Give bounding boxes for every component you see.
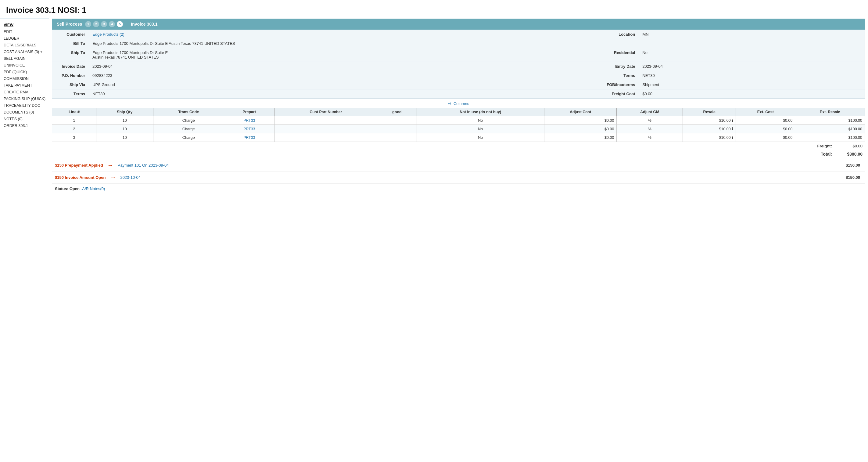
sidebar-item-10[interactable]: CREATE RMA xyxy=(3,89,49,95)
cell-1-0: 2 xyxy=(52,125,96,133)
freight-label: Freight: xyxy=(817,144,832,148)
sell-process-steps: 1 2 3 4 5 xyxy=(85,21,123,27)
cell-2-3[interactable]: PRT33 xyxy=(224,133,275,142)
ar-notes-link[interactable]: A/R Notes(0) xyxy=(82,186,105,191)
page-title: Invoice 303.1 NOSI: 1 xyxy=(0,0,868,19)
total-row: Total: $300.00 xyxy=(52,150,865,158)
cell-2-6: No xyxy=(416,133,544,142)
entry-date-label: Entry Date xyxy=(599,62,639,71)
cell-2-11: $100.00 xyxy=(795,133,865,142)
cell-1-10: $0.00 xyxy=(736,125,795,133)
col-trans-code: Trans Code xyxy=(153,108,224,116)
step-1[interactable]: 1 xyxy=(85,21,91,27)
location-label: Location xyxy=(599,30,639,39)
invoice-label: Invoice 303.1 xyxy=(131,22,157,27)
sidebar-item-15[interactable]: ORDER 303.1 xyxy=(3,122,49,129)
cell-0-10: $0.00 xyxy=(736,116,795,125)
fob-value: Shipment xyxy=(639,80,865,89)
col-ship-qty: Ship Qty xyxy=(96,108,153,116)
payment-row-2: $150 Invoice Amount Open → 2023-10-04 $1… xyxy=(52,172,865,184)
payment-left-2: $150 Invoice Amount Open → 2023-10-04 xyxy=(52,174,838,181)
cell-1-8: % xyxy=(617,125,683,133)
invoice-date-value: 2023-09-04 xyxy=(89,62,599,71)
customer-label: Customer xyxy=(52,30,89,39)
step-2[interactable]: 2 xyxy=(93,21,99,27)
ship-via-value: UPS Ground xyxy=(89,80,599,89)
payment-section: $150 Prepayment Applied → Payment 101 On… xyxy=(52,159,865,184)
freight-cost-value: $0.00 xyxy=(639,89,865,98)
payment-row-1: $150 Prepayment Applied → Payment 101 On… xyxy=(52,159,865,172)
sidebar-item-3[interactable]: DETAILS/SERIALS xyxy=(3,42,49,49)
cell-0-7: $0.00 xyxy=(544,116,617,125)
sidebar-item-12[interactable]: TRACEABILITY DOC xyxy=(3,102,49,109)
sidebar-item-2[interactable]: LEDGER xyxy=(3,35,49,42)
cell-1-4 xyxy=(275,125,377,133)
col-resale: Resale xyxy=(683,108,736,116)
sidebar-item-4[interactable]: COST ANALYSIS (3) + xyxy=(3,49,49,55)
cell-0-2: Charge xyxy=(153,116,224,125)
status-label: Status: Open xyxy=(55,186,80,191)
sidebar-item-6[interactable]: UNINVOICE xyxy=(3,62,49,69)
sidebar-item-13[interactable]: DOCUMENTS (0) xyxy=(3,109,49,116)
total-value: $300.00 xyxy=(838,152,863,156)
payment-left-1: $150 Prepayment Applied → Payment 101 On… xyxy=(52,162,838,169)
cell-2-0: 3 xyxy=(52,133,96,142)
freight-value: $0.00 xyxy=(838,144,863,148)
cell-2-2: Charge xyxy=(153,133,224,142)
sidebar-item-8[interactable]: COMMISSION xyxy=(3,76,49,82)
terms-value: NET30 xyxy=(639,71,865,80)
arrow-right-icon-2: → xyxy=(110,174,116,181)
col-ext-resale: Ext. Resale xyxy=(795,108,865,116)
ship-via-label: Ship Via xyxy=(52,80,89,89)
step-5[interactable]: 5 xyxy=(117,21,123,27)
sidebar-item-14[interactable]: NOTES (0) xyxy=(3,116,49,122)
residential-label: Residential xyxy=(599,48,639,62)
cell-0-9: $10.00 ℹ xyxy=(683,116,736,125)
cell-1-9: $10.00 ℹ xyxy=(683,125,736,133)
ship-to-value: Edge Products 1700 Montopolis Dr Suite E… xyxy=(89,48,599,62)
cell-2-4 xyxy=(275,133,377,142)
payment-link-2[interactable]: 2023-10-04 xyxy=(120,175,141,180)
sidebar-item-1[interactable]: EDIT xyxy=(3,28,49,35)
cell-0-5 xyxy=(377,116,417,125)
ship-to-label: Ship To xyxy=(52,48,89,62)
line-items-table: Line # Ship Qty Trans Code Prcpart Cust … xyxy=(52,108,865,142)
cell-0-3[interactable]: PRT33 xyxy=(224,116,275,125)
freight-row: Freight: $0.00 xyxy=(52,142,865,150)
step-4[interactable]: 4 xyxy=(109,21,115,27)
bill-to-value: Edge Products 1700 Montopolis Dr Suite E… xyxy=(89,39,865,48)
cell-1-7: $0.00 xyxy=(544,125,617,133)
open-amount-text: $150 Invoice Amount Open xyxy=(55,175,105,180)
col-prcpart: Prcpart xyxy=(224,108,275,116)
sidebar-item-5[interactable]: SELL AGAIN xyxy=(3,55,49,62)
cell-1-1: 10 xyxy=(96,125,153,133)
payment-amount-1: $150.00 xyxy=(838,163,863,168)
payment-amount-2: $150.00 xyxy=(838,175,863,180)
sidebar-item-9[interactable]: TAKE PAYMENT xyxy=(3,82,49,89)
step-3[interactable]: 3 xyxy=(101,21,107,27)
cell-0-6: No xyxy=(416,116,544,125)
col-not-in-use: Not in use (do not buy) xyxy=(416,108,544,116)
cell-1-3[interactable]: PRT33 xyxy=(224,125,275,133)
cell-1-6: No xyxy=(416,125,544,133)
sidebar-item-7[interactable]: PDF (QUICK) xyxy=(3,69,49,76)
bill-to-label: Bill To xyxy=(52,39,89,48)
cell-2-9: $10.00 ℹ xyxy=(683,133,736,142)
po-number-value: 092834223 xyxy=(89,71,599,80)
customer-value[interactable]: Edge Products (2) xyxy=(89,30,599,39)
cell-0-8: % xyxy=(617,116,683,125)
fob-label: FOB/Incoterms xyxy=(599,80,639,89)
table-row: 110ChargePRT33No$0.00%$10.00 ℹ$0.00$100.… xyxy=(52,116,865,125)
sidebar-item-0[interactable]: VIEW xyxy=(3,22,49,28)
payment-link-1[interactable]: Payment 101 On 2023-09-04 xyxy=(118,163,169,168)
totals-section: Freight: $0.00 Total: $300.00 xyxy=(52,142,865,158)
prepayment-text: $150 Prepayment Applied xyxy=(55,163,103,168)
status-bar: Status: Open - A/R Notes(0) xyxy=(52,184,865,194)
columns-link[interactable]: +/- Columns xyxy=(448,101,469,106)
sidebar-item-11[interactable]: PACKING SLIP (QUICK) xyxy=(3,95,49,102)
sell-process-label: Sell Process xyxy=(57,22,82,27)
sidebar: VIEWEDITLEDGERDETAILS/SERIALSCOST ANALYS… xyxy=(0,19,49,200)
sell-process-bar: Sell Process 1 2 3 4 5 Invoice 303.1 xyxy=(52,19,865,30)
col-good: good xyxy=(377,108,417,116)
terms2-value: NET30 xyxy=(89,89,599,98)
